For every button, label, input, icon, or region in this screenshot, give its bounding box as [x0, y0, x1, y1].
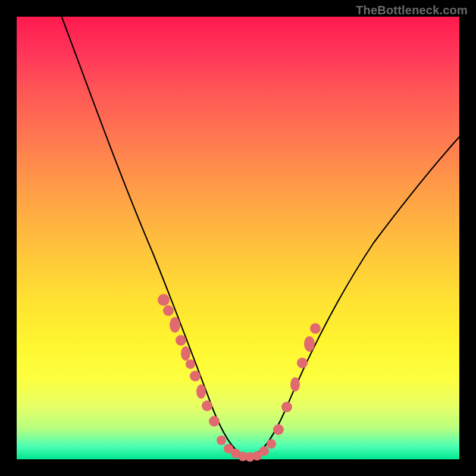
marker-dot	[273, 424, 284, 435]
plot-area	[17, 17, 459, 459]
marker-dot	[297, 358, 308, 368]
watermark-text: TheBottleneck.com	[356, 4, 468, 17]
marker-dot	[267, 439, 276, 449]
marker-dot	[304, 336, 315, 352]
marker-dot	[259, 446, 269, 456]
marker-dot	[290, 377, 300, 392]
marker-dot	[190, 371, 201, 381]
marker-dot	[209, 416, 220, 427]
marker-dot	[170, 317, 180, 333]
chart-frame: TheBottleneck.com	[0, 0, 476, 476]
marker-dot	[217, 436, 226, 445]
marker-dot	[181, 346, 190, 361]
marker-dot	[202, 400, 212, 411]
marker-dot	[186, 359, 195, 369]
marker-dot	[158, 294, 170, 306]
marker-dot	[281, 402, 292, 412]
bottleneck-curve-svg	[17, 17, 459, 459]
marker-dot	[163, 305, 174, 316]
bottleneck-curve-path	[57, 5, 459, 457]
marker-dot	[176, 335, 186, 346]
marker-dot	[310, 323, 321, 334]
marker-dot	[196, 384, 206, 399]
